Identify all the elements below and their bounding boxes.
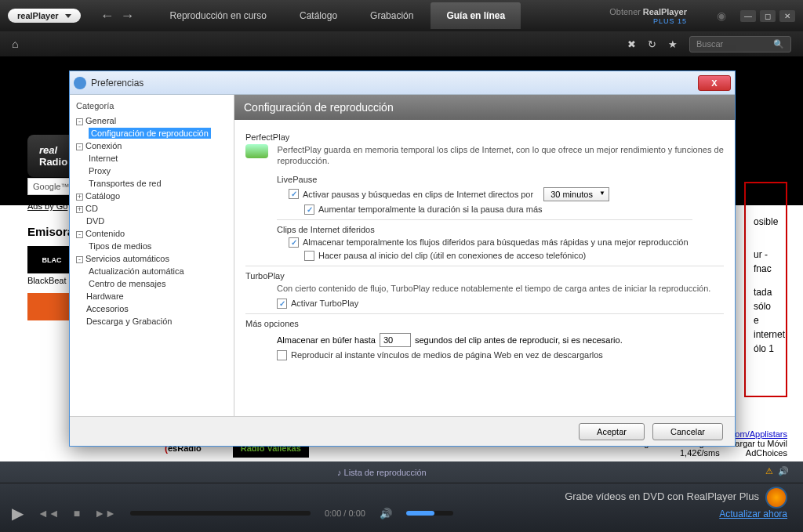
- tab-catalog[interactable]: Catálogo: [284, 2, 353, 29]
- volume-slider[interactable]: [406, 511, 453, 516]
- play-button[interactable]: ▶: [12, 504, 24, 523]
- panel-header: Configuración de reproducción: [234, 95, 735, 120]
- ok-button[interactable]: Aceptar: [579, 423, 645, 440]
- turboplay-desc: Con cierto contenido de flujo, TurboPlay…: [277, 283, 724, 294]
- tree-item-transports[interactable]: Transportes de red: [76, 177, 227, 190]
- dialog-close-button[interactable]: X: [698, 75, 731, 91]
- checkbox-extend-label: Aumentar temporalmente la duración si la…: [318, 204, 543, 214]
- stop-button[interactable]: ■: [74, 507, 80, 519]
- seek-slider[interactable]: [130, 511, 311, 516]
- playlist-button[interactable]: ♪ Lista de reproducción: [337, 468, 427, 477]
- nav-arrows: ← →: [100, 8, 135, 24]
- secondary-toolbar: ⌂ ✖ ↻ ★ Buscar🔍: [0, 31, 803, 56]
- livepause-label: LivePause: [277, 175, 724, 184]
- tree-item-hardware[interactable]: Hardware: [76, 290, 227, 302]
- duration-dropdown[interactable]: 30 minutos: [543, 187, 609, 201]
- buffer-seconds-input[interactable]: [380, 333, 411, 347]
- next-button[interactable]: ►►: [94, 507, 116, 519]
- close-x-icon[interactable]: ✖: [627, 38, 636, 50]
- category-tree: Categoría -General Configuración de repr…: [70, 95, 234, 416]
- tab-recording[interactable]: Grabación: [354, 2, 429, 29]
- preferences-dialog: Preferencias X Categoría -General Config…: [69, 71, 736, 447]
- prev-button[interactable]: ◄◄: [38, 507, 60, 519]
- dialog-title: Preferencias: [91, 78, 698, 89]
- cancel-button[interactable]: Cancelar: [652, 423, 723, 440]
- tree-item-download[interactable]: Descarga y Grabación: [76, 315, 227, 328]
- search-input[interactable]: Buscar🔍: [689, 36, 791, 52]
- dialog-buttons: Aceptar Cancelar: [70, 416, 735, 446]
- tree-item-connection[interactable]: -Conexión: [76, 139, 227, 152]
- maximize-button[interactable]: ◻: [760, 10, 776, 22]
- promo-banner[interactable]: Grabe vídeos en DVD con RealPlayer Plus …: [565, 487, 787, 519]
- checkbox-instant[interactable]: [277, 350, 287, 360]
- tree-item-mediatypes[interactable]: Tipos de medios: [76, 240, 227, 252]
- main-tabs: Reproducción en curso Catálogo Grabación…: [154, 2, 602, 29]
- speaker-status-icon[interactable]: 🔊: [778, 466, 789, 476]
- volume-icon[interactable]: 🔊: [380, 508, 392, 519]
- checkbox-store-label: Almacenar temporalmente los flujos difer…: [303, 237, 689, 247]
- eye-icon[interactable]: ◉: [717, 9, 726, 22]
- checkbox-turboplay-label: Activar TurboPlay: [291, 299, 358, 308]
- checkbox-pause-start-label: Hacer pausa al inicio del clip (útil en …: [318, 251, 586, 260]
- checkbox-livepause[interactable]: [289, 189, 299, 199]
- player-bar: ♪ Lista de reproducción ⚠ 🔊 ▶ ◄◄ ■ ►► 0:…: [0, 461, 803, 532]
- tree-item-msgcenter[interactable]: Centro de mensajes: [76, 277, 227, 290]
- upgrade-link[interactable]: Actualizar ahora: [719, 508, 787, 519]
- buffer-pre-label: Almacenar en búfer hasta: [277, 335, 376, 345]
- app-titlebar: realPlayer ← → Reproducción en curso Cat…: [0, 0, 803, 31]
- category-label: Categoría: [76, 101, 227, 110]
- dialog-icon: [74, 77, 86, 89]
- checkbox-extend[interactable]: [304, 204, 314, 215]
- minimize-button[interactable]: —: [740, 10, 756, 22]
- settings-panel: Configuración de reproducción PerfectPla…: [234, 95, 735, 416]
- dialog-titlebar[interactable]: Preferencias X: [70, 71, 735, 95]
- more-options-label: Más opciones: [245, 319, 724, 328]
- checkbox-instant-label: Reproducir al instante vínculos de medio…: [291, 350, 603, 360]
- perfectplay-desc: PerfectPlay guarda en memoria temporal l…: [278, 144, 724, 167]
- app-logo[interactable]: realPlayer: [8, 9, 81, 23]
- turboplay-label: TurboPlay: [245, 271, 724, 280]
- tree-item-general[interactable]: -General: [76, 114, 227, 127]
- deferred-label: Clips de Internet diferidos: [277, 225, 724, 234]
- tree-item-accessories[interactable]: Accesorios: [76, 302, 227, 315]
- burn-icon: [765, 487, 787, 508]
- checkbox-pause-start[interactable]: [304, 251, 314, 261]
- tree-item-cd[interactable]: +CD: [76, 202, 227, 215]
- tab-nowplaying[interactable]: Reproducción en curso: [154, 2, 282, 29]
- checkbox-turboplay[interactable]: [277, 299, 287, 309]
- refresh-icon[interactable]: ↻: [648, 38, 656, 50]
- buffer-post-label: segundos del clip antes de reproducir, s…: [415, 335, 623, 345]
- warning-icon[interactable]: ⚠: [765, 466, 773, 476]
- window-controls: — ◻ ✕: [740, 10, 795, 22]
- back-icon[interactable]: ←: [100, 8, 114, 24]
- tree-item-content[interactable]: -Contenido: [76, 227, 227, 240]
- tree-item-playback-config[interactable]: Configuración de reproducción: [76, 127, 227, 139]
- checkbox-store[interactable]: [289, 237, 299, 248]
- close-button[interactable]: ✕: [779, 10, 795, 22]
- ad-box: t, osible ur - fnac tada sólo e internet…: [744, 182, 787, 397]
- get-plus-promo[interactable]: Obtener RealPlayer PLUS 15: [609, 7, 687, 25]
- forward-icon[interactable]: →: [121, 8, 135, 24]
- perfectplay-label: PerfectPlay: [245, 132, 724, 142]
- tree-item-internet[interactable]: Internet: [76, 152, 227, 165]
- search-icon: 🔍: [773, 39, 784, 49]
- tree-item-catalog[interactable]: +Catálogo: [76, 190, 227, 202]
- tree-item-proxy[interactable]: Proxy: [76, 165, 227, 177]
- star-icon[interactable]: ★: [668, 38, 678, 50]
- tree-item-dvd[interactable]: DVD: [76, 215, 227, 227]
- tree-item-autoservices[interactable]: -Servicios automáticos: [76, 252, 227, 265]
- home-icon[interactable]: ⌂: [12, 38, 18, 50]
- perfectplay-icon: [245, 144, 268, 158]
- checkbox-livepause-label: Activar pausas y búsquedas en clips de I…: [303, 190, 533, 199]
- time-display: 0:00 / 0:00: [325, 508, 365, 518]
- tab-guide[interactable]: Guía en línea: [431, 2, 521, 29]
- tree-item-autoupdate[interactable]: Actualización automática: [76, 265, 227, 277]
- chevron-down-icon[interactable]: [65, 14, 71, 18]
